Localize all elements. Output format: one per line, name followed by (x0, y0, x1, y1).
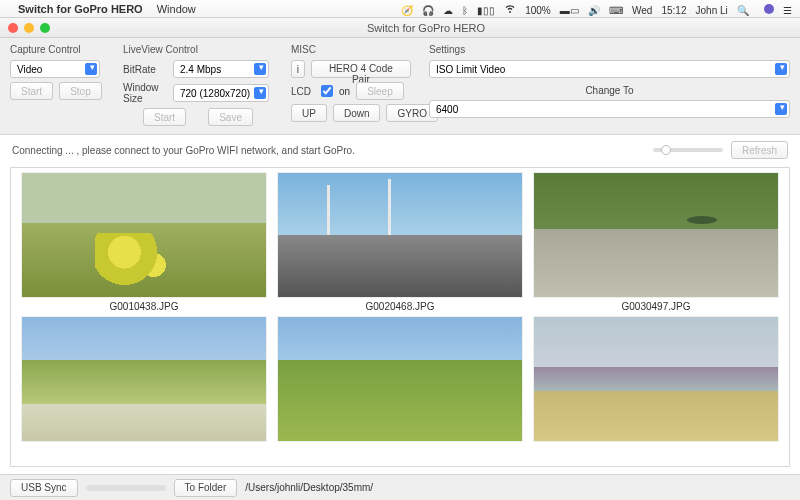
window-titlebar: Switch for GoPro HERO (0, 18, 800, 38)
gallery-item[interactable]: G0020468.JPG (277, 172, 523, 314)
thumbnail-filename: G0020468.JPG (366, 301, 435, 312)
window-size-select[interactable]: 720 (1280x720) (173, 84, 269, 102)
menu-extra-icon[interactable]: ☰ (783, 5, 792, 16)
gallery-item[interactable] (277, 316, 523, 447)
cloud-icon[interactable]: ☁ (443, 5, 453, 16)
capture-title: Capture Control (10, 44, 105, 55)
battery-1-icon[interactable]: ▮▯▯ (477, 5, 495, 16)
volume-icon[interactable]: 🔊 (588, 5, 600, 16)
thumbnail-image[interactable] (21, 316, 267, 442)
thumbnail-image[interactable] (277, 316, 523, 442)
controls-panel: Capture Control Video Start Stop LiveVie… (0, 38, 800, 135)
gallery-item[interactable] (21, 316, 267, 447)
destination-path: /Users/johnli/Desktop/35mm/ (245, 482, 373, 493)
thumbnail-filename: G0010438.JPG (110, 301, 179, 312)
battery-icon[interactable]: ▬▭ (560, 5, 579, 16)
window-title: Switch for GoPro HERO (60, 22, 792, 34)
sync-progress (86, 485, 166, 491)
menubar-user[interactable]: John Li (696, 5, 728, 16)
thumbnail-image[interactable] (277, 172, 523, 298)
change-to-label: Change To (429, 85, 790, 96)
clock-time[interactable]: 15:12 (661, 5, 686, 16)
menubar-window[interactable]: Window (157, 3, 196, 15)
wifi-icon[interactable] (504, 2, 516, 14)
liveview-title: LiveView Control (123, 44, 273, 55)
battery-percent: 100% (525, 5, 551, 16)
capture-start-button[interactable]: Start (10, 82, 53, 100)
gallery-item[interactable]: G0010438.JPG (21, 172, 267, 314)
lcd-on-text: on (339, 86, 350, 97)
liveview-control-group: LiveView Control BitRate 2.4 Mbps Window… (123, 44, 273, 126)
hero4-pair-button[interactable]: HERO 4 Code Pair (311, 60, 411, 78)
menubar-app-name[interactable]: Switch for GoPro HERO (18, 3, 143, 15)
connection-status-text: Connecting ... , please connect to your … (12, 145, 355, 156)
menubar-status-area: 🧭 🎧 ☁ ᛒ ▮▯▯ 100% ▬▭ 🔊 ⌨ Wed 15:12 John L… (395, 2, 792, 16)
close-window-button[interactable] (8, 23, 18, 33)
minimize-window-button[interactable] (24, 23, 34, 33)
bitrate-select[interactable]: 2.4 Mbps (173, 60, 269, 78)
settings-group: Settings ISO Limit Video Change To 6400 (429, 44, 790, 126)
capture-control-group: Capture Control Video Start Stop (10, 44, 105, 126)
to-folder-button[interactable]: To Folder (174, 479, 238, 497)
refresh-button[interactable]: Refresh (731, 141, 788, 159)
compass-icon[interactable]: 🧭 (401, 5, 413, 16)
notification-center-icon[interactable] (758, 4, 774, 14)
headphones-icon[interactable]: 🎧 (422, 5, 434, 16)
liveview-start-button[interactable]: Start (143, 108, 186, 126)
bitrate-label: BitRate (123, 64, 167, 75)
thumbnail-image[interactable] (533, 172, 779, 298)
gallery-item[interactable]: G0030497.JPG (533, 172, 779, 314)
up-button[interactable]: UP (291, 104, 327, 122)
misc-group: MISC i HERO 4 Code Pair LCD on Sleep UP … (291, 44, 411, 126)
settings-value-select[interactable]: 6400 (429, 100, 790, 118)
spotlight-icon[interactable]: 🔍 (737, 5, 749, 16)
zoom-window-button[interactable] (40, 23, 50, 33)
thumbnail-image[interactable] (533, 316, 779, 442)
zoom-slider[interactable] (653, 148, 723, 152)
keyboard-icon[interactable]: ⌨ (609, 5, 623, 16)
capture-stop-button[interactable]: Stop (59, 82, 102, 100)
settings-title: Settings (429, 44, 790, 55)
footer-bar: USB Sync To Folder /Users/johnli/Desktop… (0, 474, 800, 500)
misc-info-button[interactable]: i (291, 60, 305, 78)
bluetooth-icon[interactable]: ᛒ (462, 5, 468, 16)
down-button[interactable]: Down (333, 104, 381, 122)
liveview-save-button[interactable]: Save (208, 108, 253, 126)
thumbnail-filename: G0030497.JPG (622, 301, 691, 312)
connection-status-row: Connecting ... , please connect to your … (0, 135, 800, 165)
media-gallery[interactable]: G0010438.JPG G0020468.JPG G0030497.JPG (10, 167, 790, 467)
misc-title: MISC (291, 44, 411, 55)
gallery-item[interactable] (533, 316, 779, 447)
lcd-label: LCD (291, 86, 315, 97)
thumbnail-image[interactable] (21, 172, 267, 298)
sleep-button[interactable]: Sleep (356, 82, 404, 100)
macos-menubar: Switch for GoPro HERO Window 🧭 🎧 ☁ ᛒ ▮▯▯… (0, 0, 800, 18)
capture-mode-select[interactable]: Video (10, 60, 100, 78)
lcd-on-checkbox[interactable] (321, 85, 333, 97)
settings-name-select[interactable]: ISO Limit Video (429, 60, 790, 78)
winsize-label: Window Size (123, 82, 167, 104)
clock-day[interactable]: Wed (632, 5, 652, 16)
usb-sync-button[interactable]: USB Sync (10, 479, 78, 497)
